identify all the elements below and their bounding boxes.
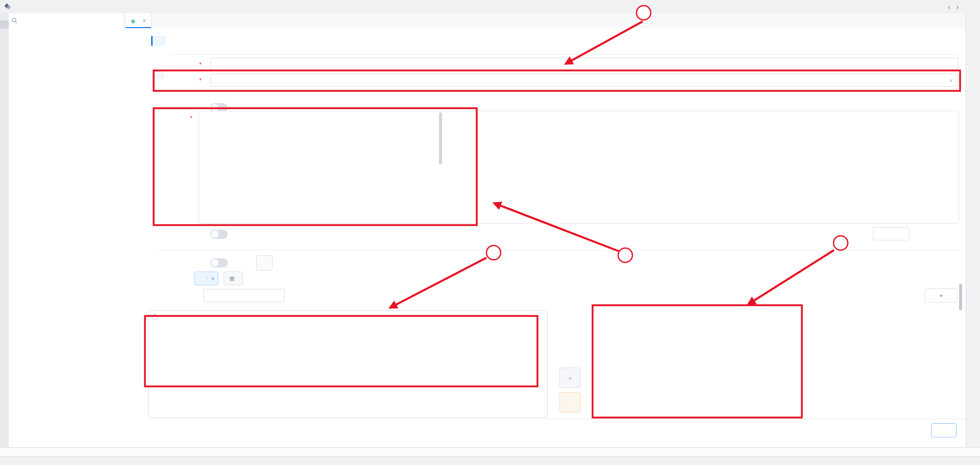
select-all-radio[interactable] [152,314,158,320]
dataset-editor-panel: ∨ [148,29,966,447]
load-columns-button[interactable]: ∨ [194,272,218,285]
search-icon [12,16,17,26]
grid-icon: ▦ [229,275,234,282]
dataset-name-input[interactable] [210,58,959,71]
right-rail [966,13,980,465]
tab-dataset[interactable]: ◈ × [125,13,152,28]
resource-tree-panel [9,29,149,447]
close-tab-icon[interactable]: × [142,17,146,25]
required-asterisk [199,77,203,84]
sidebar-search-bar [9,13,124,29]
tab-dataset-vertical[interactable] [151,36,166,46]
bottom-panel-bar [0,447,980,456]
dataset-icon: ◈ [131,17,135,25]
chart-expression-toggle[interactable] [210,258,228,267]
section-divider [153,250,961,251]
primeton-ide-window: ‹ › ◈ × [0,0,980,465]
app-logo-icon [4,3,11,10]
preview-data-button[interactable]: ▦ [224,272,242,285]
required-asterisk [199,61,203,68]
resources-rail-tab[interactable] [0,20,9,29]
dimension-tree [597,307,812,419]
use-cache-toggle[interactable] [210,230,228,239]
nav-forward-icon[interactable]: › [957,3,959,11]
field-chips-container [148,310,548,418]
remove-dimension-button[interactable] [559,392,581,412]
permission-button[interactable]: + [925,288,958,303]
left-rail [0,13,9,447]
query-label [148,114,194,122]
move-right-button[interactable]: » [559,368,581,388]
status-bar [0,456,980,465]
required-asterisk [190,114,194,122]
nav-back-icon[interactable]: ‹ [948,3,950,11]
chevron-down-icon: ∨ [949,77,953,84]
dataset-name-label [156,61,203,68]
save-button[interactable] [931,423,957,437]
variable-declare-button[interactable] [256,255,273,271]
sql-editor[interactable] [199,111,959,224]
editor-scrollbar[interactable] [439,112,442,164]
panel-footer [148,419,966,446]
panel-scrollbar[interactable] [959,284,962,310]
interval-input[interactable] [203,289,285,302]
field-wrap-input[interactable] [873,227,910,240]
title-bar: ‹ › [0,0,980,14]
chevron-down-icon[interactable]: ∨ [207,276,218,281]
header-divider [172,54,958,55]
datasource-select[interactable]: ∨ [210,74,959,87]
datasource-label [156,77,203,84]
document-tab-bar: ◈ × [123,13,966,29]
